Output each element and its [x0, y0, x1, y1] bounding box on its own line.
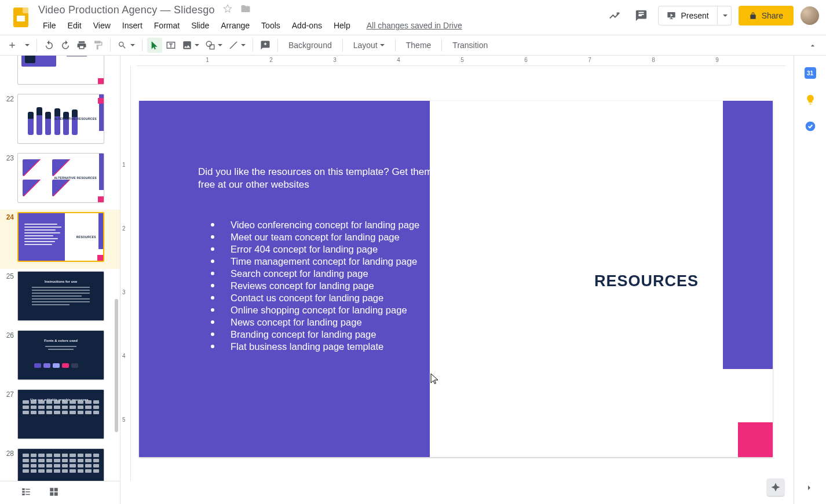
doc-title[interactable]: Video Production Agency — Slidesgo	[38, 4, 215, 16]
collapse-toolbar-button[interactable]	[805, 38, 820, 53]
view-toggle-bar	[0, 481, 120, 504]
textbox-tool[interactable]	[163, 38, 178, 53]
add-comment-button[interactable]	[258, 38, 273, 53]
svg-rect-1	[210, 45, 214, 49]
present-label: Present	[681, 11, 708, 20]
account-avatar[interactable]	[801, 6, 819, 25]
share-button[interactable]: Share	[739, 6, 794, 25]
filmstrip-view-icon[interactable]	[21, 487, 31, 499]
thumb-24[interactable]: 24 RESOURCES	[0, 210, 120, 269]
caret-down-icon	[723, 14, 728, 17]
list-item[interactable]: Error 404 concept for landing page	[211, 243, 419, 255]
slide-right-bar	[723, 101, 773, 369]
new-slide-options[interactable]	[21, 38, 32, 53]
side-panel-collapse-icon[interactable]	[805, 483, 814, 495]
menu-help[interactable]: Help	[329, 19, 355, 32]
list-item[interactable]: Flat business landing page template	[211, 341, 419, 353]
canvas[interactable]: 1 2 3 4 5 6 7 8 9 1 2 3 4 5 Did you like…	[120, 56, 794, 504]
list-item[interactable]: Online shopping concept for landing page	[211, 304, 419, 316]
menu-view[interactable]: View	[89, 19, 115, 32]
move-folder-icon[interactable]	[240, 3, 251, 16]
menubar: File Edit View Insert Format Slide Arran…	[38, 19, 462, 32]
print-button[interactable]	[74, 38, 89, 53]
line-tool[interactable]	[226, 38, 248, 53]
caret-down-icon	[195, 44, 199, 46]
menu-edit[interactable]: Edit	[63, 19, 86, 32]
slides-logo[interactable]	[9, 6, 32, 29]
redo-button[interactable]	[58, 38, 73, 53]
thumb-22[interactable]: 22 ALTERNATIVE RESOURCES	[0, 92, 120, 151]
svg-rect-5	[25, 488, 30, 490]
svg-rect-2	[22, 488, 25, 490]
theme-button[interactable]: Theme	[400, 38, 437, 53]
list-item[interactable]: Video conferencing concept for landing p…	[211, 219, 419, 231]
caret-down-icon	[130, 44, 135, 46]
thumb-27[interactable]: 27 Use our editable graphic resources...	[0, 387, 120, 446]
list-item[interactable]: Time management concept for landing page	[211, 255, 419, 268]
menu-insert[interactable]: Insert	[118, 19, 147, 32]
svg-rect-10	[50, 492, 53, 495]
new-slide-button[interactable]	[5, 38, 20, 53]
menu-addons[interactable]: Add-ons	[287, 19, 327, 32]
select-tool[interactable]	[147, 38, 162, 53]
filmstrip[interactable]: 21 22 ALTERNATIVE RESOURCES 23 ALTERNATI…	[0, 56, 120, 504]
activity-icon[interactable]	[605, 6, 624, 25]
filmstrip-scrollbar[interactable]	[115, 299, 118, 432]
explore-button[interactable]	[767, 479, 784, 496]
cursor-icon	[430, 373, 440, 385]
caret-down-icon	[218, 44, 222, 46]
slide-title[interactable]: RESOURCES	[594, 272, 699, 290]
slide-intro-text[interactable]: Did you like the resources on this templ…	[198, 166, 460, 191]
menu-file[interactable]: File	[38, 19, 61, 32]
undo-button[interactable]	[42, 38, 57, 53]
caret-down-icon	[380, 44, 385, 46]
thumb-25[interactable]: 25 Instructions for use	[0, 269, 120, 328]
paint-format-button[interactable]	[90, 38, 105, 53]
list-item[interactable]: Branding concept for landing page	[211, 328, 419, 341]
slide-pink-accent	[738, 422, 773, 457]
svg-rect-8	[50, 488, 53, 491]
background-button[interactable]: Background	[283, 38, 338, 53]
toolbar: Background Layout Theme Transition	[0, 35, 826, 56]
horizontal-ruler: 1 2 3 4 5 6 7 8 9	[137, 56, 785, 66]
tasks-addon-icon[interactable]	[805, 120, 816, 132]
keep-addon-icon[interactable]	[805, 94, 816, 105]
thumb-21[interactable]: 21	[0, 56, 120, 92]
comments-icon[interactable]	[631, 6, 651, 25]
slide-resource-list[interactable]: Video conferencing concept for landing p…	[211, 219, 419, 352]
layout-button[interactable]: Layout	[348, 38, 390, 53]
star-icon[interactable]	[223, 4, 232, 16]
thumb-23[interactable]: 23 ALTERNATIVE RESOURCES	[0, 151, 120, 210]
menu-tools[interactable]: Tools	[257, 19, 285, 32]
svg-rect-6	[25, 491, 30, 492]
present-button[interactable]: Present	[658, 6, 717, 25]
present-options[interactable]	[718, 6, 732, 25]
zoom-button[interactable]	[115, 38, 137, 53]
caret-down-icon	[25, 44, 30, 46]
shape-tool[interactable]	[203, 38, 225, 53]
thumb-26[interactable]: 26 Fonts & colors used	[0, 328, 120, 387]
grid-view-icon[interactable]	[49, 487, 59, 499]
menu-slide[interactable]: Slide	[187, 19, 214, 32]
svg-rect-7	[25, 494, 30, 495]
drive-status[interactable]: All changes saved in Drive	[367, 19, 462, 32]
slide[interactable]: Did you like the resources on this templ…	[139, 101, 773, 457]
svg-rect-3	[22, 491, 25, 492]
titlebar: Video Production Agency — Slidesgo File …	[0, 0, 826, 35]
list-item[interactable]: Search concept for landing page	[211, 268, 419, 280]
list-item[interactable]: Contact us concept for landing page	[211, 292, 419, 304]
transition-button[interactable]: Transition	[447, 38, 494, 53]
share-label: Share	[762, 11, 783, 20]
list-item[interactable]: Reviews concept for landing page	[211, 280, 419, 292]
image-tool[interactable]	[180, 38, 202, 53]
side-panel: 31	[794, 56, 826, 504]
list-item[interactable]: News concept for landing page	[211, 316, 419, 328]
vertical-ruler: 1 2 3 4 5	[120, 66, 131, 481]
svg-rect-4	[22, 494, 25, 495]
menu-format[interactable]: Format	[149, 19, 184, 32]
main: 21 22 ALTERNATIVE RESOURCES 23 ALTERNATI…	[0, 56, 826, 504]
svg-rect-11	[54, 492, 58, 495]
menu-arrange[interactable]: Arrange	[216, 19, 254, 32]
list-item[interactable]: Meet our team concept for landing page	[211, 231, 419, 243]
calendar-addon-icon[interactable]: 31	[805, 67, 816, 79]
